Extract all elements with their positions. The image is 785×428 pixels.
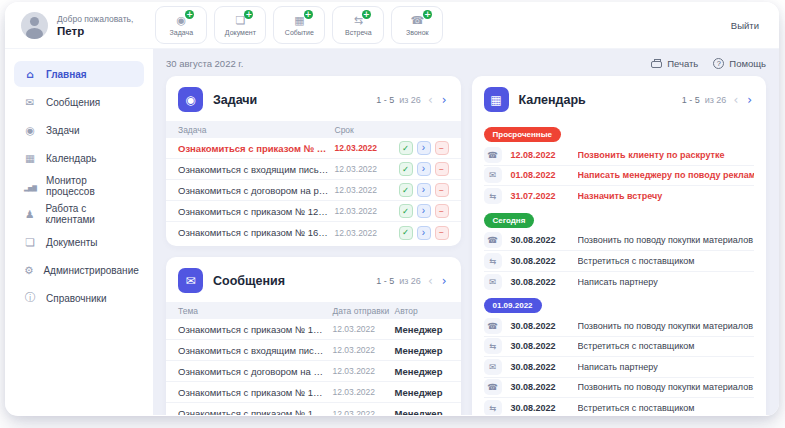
complete-task-button[interactable]: [399, 183, 413, 197]
open-task-button[interactable]: [417, 226, 431, 240]
remove-task-button[interactable]: [435, 204, 449, 218]
add-badge-icon: [362, 10, 371, 19]
create-call-button[interactable]: Звонок: [391, 6, 443, 44]
column-author: Автор: [395, 306, 449, 316]
quick-actions: Задача Документ Событие Встреча: [155, 6, 443, 44]
task-row[interactable]: Ознакомиться с приказом № 1658 12.03.202…: [166, 222, 461, 243]
open-task-button[interactable]: [417, 204, 431, 218]
avatar: [21, 12, 48, 39]
remove-task-button[interactable]: [435, 162, 449, 176]
section-badge: Просроченные: [484, 127, 561, 142]
remove-task-button[interactable]: [435, 183, 449, 197]
remove-task-button[interactable]: [435, 226, 449, 240]
sidebar-item-label: Администрирование: [43, 265, 138, 276]
calendar-entry-date: 30.08.2022: [511, 256, 569, 266]
calendar-section: Просроченные 12.08.2022 Позвонить клиент…: [472, 123, 767, 207]
user-info: Добро пожаловать, Петр: [57, 14, 133, 37]
message-row[interactable]: Ознакомиться с приказом № 1658 12.03.202…: [166, 403, 461, 415]
message-author: Менеджер: [395, 408, 449, 415]
message-author: Менеджер: [395, 366, 449, 377]
open-task-button[interactable]: [417, 162, 431, 176]
logout-button[interactable]: Выйти: [731, 20, 759, 31]
sidebar-item-monitor[interactable]: Монитор процессов: [14, 173, 144, 199]
calendar-row[interactable]: 30.08.2022 Написать партнеру: [484, 272, 755, 293]
calendar-row[interactable]: 30.08.2022 Встретиться с поставщиком: [484, 337, 755, 358]
pager-prev-button[interactable]: [426, 94, 435, 106]
reference-icon: [24, 291, 36, 305]
task-row[interactable]: Ознакомиться с входящим письмом 12.03.20…: [166, 159, 461, 180]
help-button[interactable]: Помощь: [713, 58, 766, 69]
sidebar-item-clients[interactable]: Работа с клиентами: [14, 201, 144, 227]
open-task-button[interactable]: [417, 141, 431, 155]
sidebar-item-messages[interactable]: Сообщения: [14, 89, 144, 115]
calendar-entry-date: 30.08.2022: [511, 403, 569, 413]
complete-task-button[interactable]: [399, 141, 413, 155]
calendar-section: Сегодня 30.08.2022 Позвонить по поводу п…: [472, 209, 767, 293]
pager-prev-button[interactable]: [426, 275, 435, 287]
main-header-actions: Печать Помощь: [651, 58, 766, 69]
calendar-entry-date: 30.08.2022: [511, 277, 569, 287]
topbar: Добро пожаловать, Петр Задача Документ С…: [5, 2, 779, 49]
tasks-icon: [24, 124, 36, 136]
open-task-button[interactable]: [417, 183, 431, 197]
pager-next-button[interactable]: [440, 94, 449, 106]
calendar-entry-text: Позвонить по поводу покупки материалов: [578, 382, 755, 392]
clients-icon: [24, 208, 35, 220]
sidebar-item-label: Монитор процессов: [46, 175, 134, 197]
pager-range: 1 - 5: [682, 95, 700, 105]
sidebar-item-label: Работа с клиентами: [45, 203, 134, 225]
calendar-row[interactable]: 12.08.2022 Позвонить клиенту по раскрутк…: [484, 145, 755, 166]
task-row[interactable]: Ознакомиться с договором на разработку .…: [166, 180, 461, 201]
calendar-entry-date: 31.07.2022: [511, 191, 569, 201]
print-button[interactable]: Печать: [651, 58, 698, 69]
calendar-row[interactable]: 30.08.2022 Написать партнеру: [484, 357, 755, 378]
sidebar-item-admin[interactable]: Администрирование: [14, 257, 144, 283]
message-row[interactable]: Ознакомиться с приказом № 12589 ... 12.0…: [166, 319, 461, 340]
pager-prev-button[interactable]: [731, 94, 740, 106]
calendar-row[interactable]: 30.08.2022 Позвонить по поводу покупки м…: [484, 378, 755, 399]
task-row[interactable]: Ознакомиться с приказом № 12589 от 12.03…: [166, 138, 461, 159]
message-row[interactable]: Ознакомиться с приказом № 121255 12.03.2…: [166, 382, 461, 403]
task-row[interactable]: Ознакомиться с приказом № 121255 12.03.2…: [166, 201, 461, 222]
task-actions: [393, 183, 449, 197]
pager-total: из 26: [399, 95, 421, 105]
calendar-entry-text: Встретиться с поставщиком: [578, 256, 755, 266]
sidebar-item-tasks[interactable]: Задачи: [14, 117, 144, 143]
message-date: 12.03.2022: [333, 345, 395, 355]
pager-next-button[interactable]: [440, 275, 449, 287]
calendar-row[interactable]: 30.08.2022 Встретиться с поставщиком: [484, 251, 755, 272]
mail-icon: [484, 359, 502, 375]
create-task-button[interactable]: Задача: [155, 6, 207, 44]
sidebar-item-label: Справочники: [46, 293, 107, 304]
sidebar-item-home[interactable]: Главная: [14, 61, 144, 87]
create-event-button[interactable]: Событие: [273, 6, 325, 44]
message-row[interactable]: Ознакомиться с договором на разра ... 12…: [166, 361, 461, 382]
message-row[interactable]: Ознакомиться с входящим письмом 12.03.20…: [166, 340, 461, 361]
calendar-row[interactable]: 31.07.2022 Назначить встречу: [484, 186, 755, 207]
sidebar-item-documents[interactable]: Документы: [14, 229, 144, 255]
create-document-button[interactable]: Документ: [214, 6, 266, 44]
complete-task-button[interactable]: [399, 162, 413, 176]
task-name: Ознакомиться с приказом № 1658: [178, 227, 335, 238]
add-badge-icon: [304, 10, 313, 19]
complete-task-button[interactable]: [399, 226, 413, 240]
calendar-row[interactable]: 30.08.2022 Встретиться с поставщиком: [484, 398, 755, 415]
tasks-table-header: Задача Срок: [166, 121, 461, 138]
calendar-row[interactable]: 01.08.2022 Написать менеджеру по поводу …: [484, 166, 755, 187]
message-subject: Ознакомиться с договором на разра ...: [178, 366, 333, 377]
event-icon: [294, 15, 304, 26]
messages-panel: Сообщения 1 - 5 из 26 Тема Дата отправки: [166, 257, 461, 415]
tasks-panel: Задачи 1 - 5 из 26 Задача Срок: [166, 76, 461, 246]
sidebar-item-label: Сообщения: [46, 97, 100, 108]
create-meeting-button[interactable]: Встреча: [332, 6, 384, 44]
calendar-row[interactable]: 30.08.2022 Позвонить по поводу покупки м…: [484, 231, 755, 252]
calendar-entry-date: 30.08.2022: [511, 341, 569, 351]
remove-task-button[interactable]: [435, 141, 449, 155]
messages-panel-header: Сообщения 1 - 5 из 26: [166, 266, 461, 302]
sidebar-item-reference[interactable]: Справочники: [14, 285, 144, 311]
calendar-row[interactable]: 30.08.2022 Позвонить по поводу покупки м…: [484, 316, 755, 337]
calendar-entry-text: Встретиться с поставщиком: [578, 341, 755, 351]
sidebar-item-calendar[interactable]: Календарь: [14, 145, 144, 171]
complete-task-button[interactable]: [399, 204, 413, 218]
pager-next-button[interactable]: [745, 94, 754, 106]
